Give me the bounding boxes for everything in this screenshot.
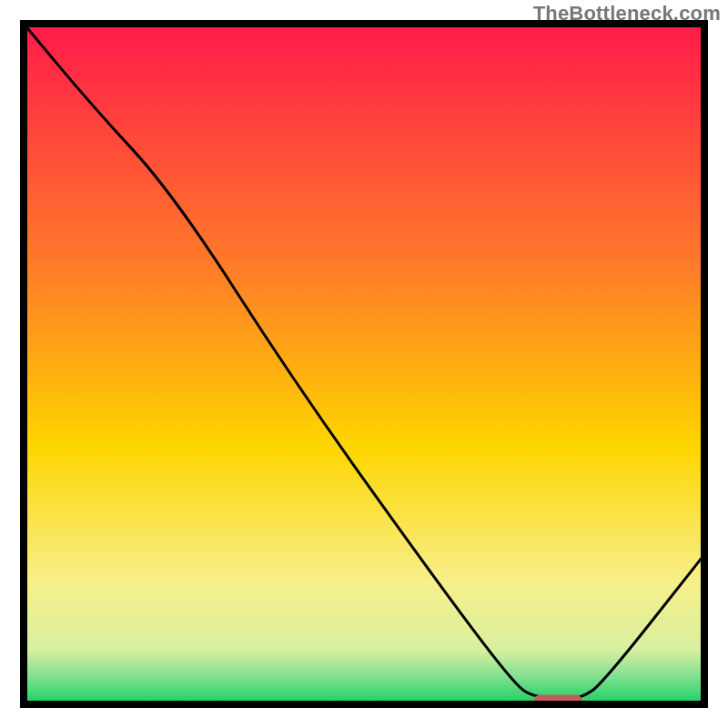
bottleneck-plot — [20, 20, 708, 708]
watermark-text: TheBottleneck.com — [533, 2, 721, 25]
chart-container: TheBottleneck.com — [0, 0, 728, 728]
gradient-background — [24, 24, 704, 704]
